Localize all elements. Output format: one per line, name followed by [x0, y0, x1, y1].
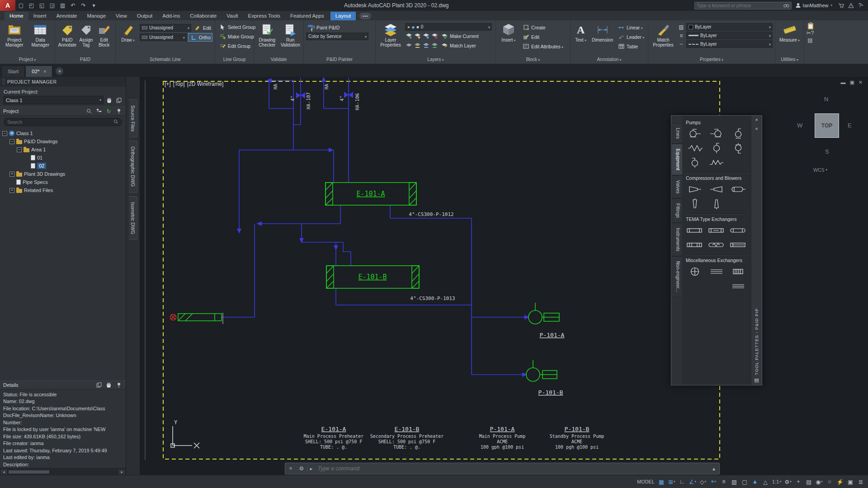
isodraft-icon[interactable]: ◇▾ — [698, 477, 708, 487]
plate-exchanger-tool-icon[interactable] — [706, 264, 727, 279]
project-manager-button[interactable]: Project Manager — [2, 22, 27, 56]
coil-pump-tool-icon[interactable] — [684, 141, 706, 155]
tree-view-icon[interactable] — [95, 108, 103, 115]
p101b-tag[interactable]: P-101-B — [538, 389, 563, 396]
panel-label-block[interactable]: Block — [496, 56, 570, 64]
select-group-button[interactable]: Select Group — [217, 23, 257, 31]
print-details-icon[interactable] — [105, 381, 113, 388]
tree-item-02[interactable]: 02 — [0, 162, 126, 170]
vertical-compressor-tool-icon[interactable] — [684, 197, 706, 211]
new-tab-icon[interactable]: + — [56, 67, 63, 75]
redo-icon[interactable]: ↷ — [79, 1, 88, 10]
palette-tab-equipment[interactable]: Equipment — [671, 144, 682, 175]
pipe-label-1013[interactable]: 4"-CS300-P-1013 — [410, 296, 455, 301]
data-manager-button[interactable]: Data Manager — [28, 22, 53, 56]
collapse-icon[interactable]: − — [17, 147, 22, 152]
search-icon[interactable] — [85, 108, 93, 115]
open-icon[interactable]: ◰ — [27, 1, 36, 10]
color-select[interactable]: ByLayer — [686, 23, 773, 31]
palette-tab-instruments[interactable]: Instruments — [671, 223, 682, 256]
palette-close-icon[interactable]: × — [755, 117, 758, 123]
selection-cycling-icon[interactable]: ▢ — [740, 477, 750, 487]
panel-label-validate[interactable]: Validate — [254, 56, 303, 64]
isolate-objects-icon[interactable]: ○ — [825, 477, 835, 487]
print-icon[interactable] — [105, 97, 113, 103]
viewcube-north[interactable]: N — [824, 96, 828, 103]
strainer-symbol[interactable] — [178, 314, 222, 321]
match-layer-button[interactable]: Match Layer — [439, 41, 477, 50]
drawing-canvas[interactable]: E-101-A E-101-B P-101-A P-101-B 4"-CS300… — [140, 77, 868, 475]
layer-properties-button[interactable]: Layer Properties — [378, 22, 403, 56]
minimize-icon[interactable]: ▬ — [840, 80, 845, 85]
file-tab-drawing[interactable]: 02* × — [25, 66, 52, 77]
coil-pump-tool-icon[interactable] — [706, 155, 727, 170]
exchanger-tool-icon[interactable] — [684, 238, 706, 252]
layer-off-icon[interactable] — [414, 33, 421, 39]
linetype-select[interactable]: ByLayer — [686, 40, 773, 48]
quick-properties-icon[interactable]: ▤ — [804, 477, 814, 487]
side-tab-source-files[interactable]: Source Files — [129, 99, 137, 137]
make-current-button[interactable]: Make Current — [439, 32, 480, 40]
tab-add-ins[interactable]: Add-ins — [157, 12, 185, 20]
tab-layout-contextual[interactable]: Layout — [330, 12, 356, 20]
help-search-input[interactable] — [697, 3, 782, 8]
export-icon[interactable] — [95, 381, 103, 388]
tab-collaborate[interactable]: Collaborate — [185, 12, 222, 20]
vertical-pump-tool-icon[interactable] — [727, 127, 749, 141]
viewport-view-control[interactable]: [Top] — [173, 81, 185, 87]
copy-clip-icon[interactable]: ▤ — [807, 37, 814, 43]
tree-item-plant-3d-drawings[interactable]: + Plant 3D Drawings — [0, 170, 126, 178]
viewcube-west[interactable]: W — [797, 122, 802, 129]
tab-manage[interactable]: Manage — [82, 12, 111, 20]
compressor-tool-icon[interactable] — [684, 182, 706, 197]
annotation-monitor-icon[interactable]: + — [793, 477, 803, 487]
palette-tab-valves[interactable]: Valves — [671, 175, 682, 198]
e101b-tag[interactable]: E-101-B — [358, 273, 387, 281]
lineweight-icon[interactable]: ≡ — [719, 477, 729, 487]
plate-exchanger-tool-icon[interactable] — [727, 279, 749, 293]
lineweight-select[interactable]: ByLayer — [686, 32, 773, 39]
viewcube-east[interactable]: E — [848, 122, 852, 129]
pin-details-icon[interactable] — [115, 381, 123, 388]
viewport-menu-icon[interactable]: [+] — [165, 81, 171, 87]
cut-icon[interactable]: ✂? — [807, 30, 814, 36]
linear-button[interactable]: Linear — [616, 23, 646, 32]
panel-label-layers[interactable]: Layers — [376, 56, 495, 64]
new-icon[interactable]: ▢ — [16, 1, 26, 10]
tree-item-pid-drawings[interactable]: − P&ID Drawings — [0, 137, 126, 145]
command-line[interactable]: × ⚙ ▸ ▴ — [285, 463, 720, 474]
pid-annotate-button[interactable]: P&ID Annotate — [57, 22, 77, 56]
text-button[interactable]: A Text — [573, 22, 589, 56]
pump-p101a-symbol[interactable] — [528, 303, 559, 324]
viewcube[interactable]: N W TOP E S WCS ▾ — [787, 95, 867, 185]
schematic-edit-button[interactable]: Edit — [193, 23, 212, 32]
compressor-tool-icon[interactable] — [727, 182, 749, 197]
project-manager-header[interactable]: PROJECT MANAGER — [0, 77, 126, 87]
layer-state-icon[interactable] — [405, 33, 412, 39]
annotation-visibility-icon[interactable]: ▲ — [750, 477, 760, 487]
side-tab-orthographic-dwg[interactable]: Orthographic DWG — [129, 141, 137, 192]
exchanger-tool-icon[interactable] — [727, 238, 749, 252]
ortho-button[interactable]: Ortho — [188, 33, 212, 42]
pin-icon[interactable] — [115, 108, 123, 115]
app-logo-icon[interactable]: A — [0, 0, 15, 11]
command-history-icon[interactable]: ▴ — [708, 465, 719, 472]
dimension-button[interactable]: Dimension — [590, 22, 614, 56]
viewport-visual-style-control[interactable]: [2D Wireframe] — [187, 81, 224, 87]
save-as-icon[interactable]: ◲ — [47, 1, 57, 10]
edit-block-button[interactable]: Edit Block — [95, 22, 113, 56]
tab-annotate[interactable]: Annotate — [51, 12, 82, 20]
cart-icon[interactable] — [836, 1, 845, 10]
graphics-performance-icon[interactable]: ⚡ — [835, 477, 845, 487]
assign-tag-button[interactable]: Assign Tag — [77, 22, 95, 56]
tab-view[interactable]: View — [111, 12, 132, 20]
edit-group-button[interactable]: Edit Group — [217, 42, 257, 50]
scrollbar-thumb[interactable] — [9, 470, 49, 474]
refresh-icon[interactable]: ↻ — [105, 108, 113, 115]
binoculars-icon[interactable] — [783, 1, 789, 9]
edit-block-small-button[interactable]: Edit — [521, 33, 565, 41]
clean-screen-icon[interactable]: ▣ — [845, 477, 855, 487]
file-tab-start[interactable]: Start — [1, 66, 25, 77]
pump-tool-icon[interactable] — [684, 127, 706, 141]
vertical-pump-tool-icon[interactable] — [727, 141, 749, 155]
